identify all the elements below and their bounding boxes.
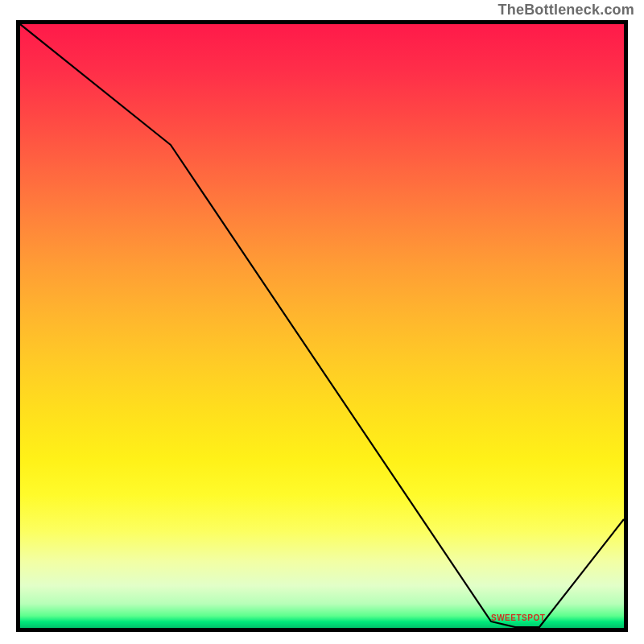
chart-plot-area: SWEETSPOT bbox=[16, 20, 628, 632]
chart-svg: SWEETSPOT bbox=[20, 24, 624, 628]
watermark-text: TheBottleneck.com bbox=[498, 2, 634, 19]
chart-line-series bbox=[20, 24, 624, 627]
annotation-sweetspot: SWEETSPOT bbox=[491, 613, 545, 622]
